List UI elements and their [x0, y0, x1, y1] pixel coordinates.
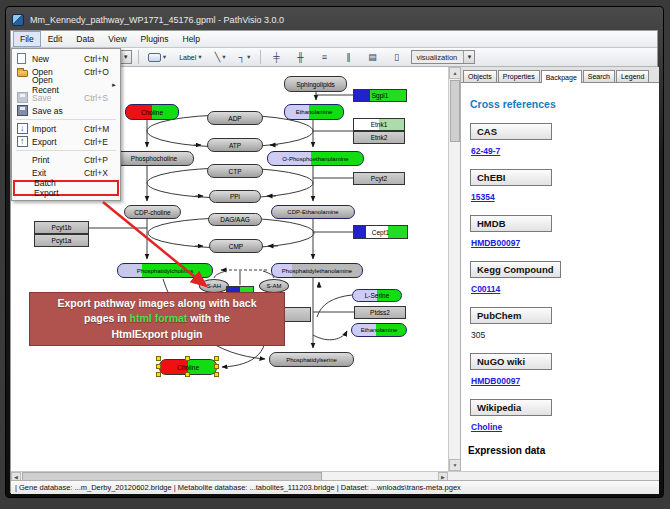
side-panel-tabs: ObjectsPropertiesBackpageSearchLegend [461, 67, 659, 83]
pathway-node-phosphatidylcholines[interactable]: Phosphatidylcholines [117, 263, 213, 278]
chevron-down-icon[interactable]: ▼ [221, 54, 226, 60]
pathway-node-s-am[interactable]: S-AM [259, 279, 289, 293]
title-bar[interactable]: Mm_Kennedy_pathway_WP1771_45176.gpml - P… [12, 11, 656, 29]
align-vertical-center-icon: ╫ [297, 52, 303, 62]
align-horizontal-center-button[interactable]: ╪ [267, 50, 285, 65]
pathway-node-pcyt2[interactable]: Pcyt2 [353, 172, 405, 185]
pathway-node-sgpl1[interactable]: Sgpl1 [353, 89, 407, 102]
set-common-width-button[interactable]: ∥ [339, 50, 357, 65]
pathway-node-etnk2[interactable]: Etnk2 [353, 131, 405, 144]
menu-item-spacer [19, 183, 30, 194]
file-menu-item-import[interactable]: ImportCtrl+M [13, 122, 119, 135]
new-document-icon [17, 53, 26, 64]
backpage-section-pubchem: PubChem305 [470, 305, 659, 340]
pathway-node-atp[interactable]: ATP [207, 138, 263, 152]
file-menu-item-open-recent[interactable]: Open Recent► [13, 78, 119, 91]
label-tool-button[interactable]: Label ▼ [176, 50, 206, 65]
chevron-down-icon[interactable]: ▼ [120, 51, 131, 63]
file-menu-item-new[interactable]: NewCtrl+N [13, 52, 119, 65]
tab-properties[interactable]: Properties [498, 70, 540, 82]
pathway-node-o-phosphoethanolamine[interactable]: O-Phosphoethanolamine [267, 151, 364, 166]
backpage-link[interactable]: 15354 [471, 192, 659, 202]
pathway-node-adp[interactable]: ADP [207, 111, 263, 125]
pathway-node-cept1[interactable]: Cept1 [353, 225, 408, 239]
backpage-link[interactable]: C00114 [471, 284, 659, 294]
datanode-tool-button[interactable]: ▼ [145, 50, 170, 65]
backpage-link[interactable]: HMDB00097 [471, 376, 659, 386]
backpage-section-kegg-compound: Kegg CompoundC00114 [470, 259, 659, 294]
pathway-node-phosphatidylserine[interactable]: Phosphatidylserine [269, 352, 354, 367]
status-bar: | Gene database: ...m_Derby_20120602.bri… [11, 480, 659, 494]
connector-tool-button[interactable]: ┐ ▼ [236, 50, 255, 65]
menu-separator [16, 150, 116, 151]
backpage-section-wikipedia: WikipediaCholine [470, 397, 659, 432]
backpage-link[interactable]: HMDB00097 [471, 238, 659, 248]
menu-item-file[interactable]: File [13, 31, 41, 47]
chevron-down-icon[interactable]: ▼ [246, 54, 251, 60]
pathway-node-cdp-choline[interactable]: CDP-choline [124, 205, 181, 219]
selection-handle[interactable] [156, 356, 161, 361]
vertical-scroll-thumb[interactable] [450, 80, 460, 142]
menu-bar: FileEditDataViewPluginsHelp [11, 31, 657, 48]
pathway-node-s-ah[interactable]: S-AH [199, 279, 229, 293]
pathway-node-l-serine[interactable]: L-Serine [352, 289, 402, 302]
menu-item-help[interactable]: Help [176, 31, 207, 47]
pathway-node-cmp[interactable]: CMP [209, 239, 263, 253]
menu-item-data[interactable]: Data [69, 31, 101, 47]
pathway-node-etnk1[interactable]: Etnk1 [353, 118, 405, 131]
file-menu-item-print[interactable]: PrintCtrl+P [13, 153, 119, 166]
selection-handle[interactable] [185, 356, 190, 361]
menu-item-view[interactable]: View [101, 31, 133, 47]
pathway-node-choline[interactable]: Choline [125, 104, 179, 120]
pathway-node-cdp-ethanolamine[interactable]: CDP-Ethanolamine [271, 205, 355, 219]
callout-text: HtmlExport plugin [112, 328, 203, 340]
selection-handle[interactable] [156, 372, 161, 377]
line-tool-button[interactable]: ╲ ▼ [212, 50, 230, 65]
menu-item-edit[interactable]: Edit [41, 31, 70, 47]
selection-handle[interactable] [185, 372, 190, 377]
import-icon [17, 123, 28, 134]
backpage-value: 305 [471, 330, 659, 340]
tab-objects[interactable]: Objects [463, 70, 497, 82]
pathway-node-phosphatidylethanolamine[interactable]: Phosphatidylethanolamine [271, 263, 363, 278]
pathway-node-ctp[interactable]: CTP [207, 164, 263, 178]
menu-item-shortcut: Ctrl+M [84, 124, 117, 134]
pathway-node-ppi[interactable]: PPi [209, 190, 261, 203]
chevron-down-icon[interactable]: ▼ [463, 51, 474, 63]
pathway-node-pcyt1a[interactable]: Pcyt1a [34, 234, 89, 247]
callout-line: HtmlExport plugin [112, 327, 203, 342]
pathway-node-ethanolamine[interactable]: Ethanolamine [351, 323, 407, 337]
menu-item-label: Save [32, 93, 84, 103]
align-vertical-center-button[interactable]: ╫ [291, 50, 309, 65]
chevron-down-icon[interactable]: ▼ [197, 54, 202, 60]
pathway-node-ethanolamine[interactable]: Ethanolamine [284, 104, 344, 120]
pathway-node-sphingolipids[interactable]: Sphingolipids [284, 76, 347, 92]
file-menu-item-export[interactable]: ExportCtrl+E [13, 135, 119, 148]
tab-backpage[interactable]: Backpage [541, 70, 582, 83]
canvas-vertical-scrollbar[interactable]: ▲ ▼ [448, 67, 460, 471]
pathway-node-phosphocholine[interactable]: Phosphocholine [114, 151, 194, 166]
pathway-node-ptdss2[interactable]: Ptdss2 [354, 306, 406, 319]
menu-item-shortcut: Ctrl+P [84, 155, 117, 165]
selection-handle[interactable] [156, 364, 161, 369]
menu-item-label: Save as [32, 106, 84, 116]
pathway-node-pcyt1b[interactable]: Pcyt1b [34, 221, 89, 234]
visualization-combobox[interactable]: visualization ▼ [411, 50, 475, 64]
align-left-button[interactable]: ▤ [363, 50, 381, 65]
selection-handle[interactable] [214, 364, 219, 369]
menu-item-plugins[interactable]: Plugins [134, 31, 176, 47]
selection-handle[interactable] [214, 372, 219, 377]
file-menu-item-batch-export[interactable]: Batch Export [13, 180, 119, 196]
backpage-link[interactable]: Choline [471, 422, 659, 432]
backpage-link[interactable]: 62-49-7 [471, 146, 659, 156]
file-menu-item-save[interactable]: SaveCtrl+S [13, 91, 119, 104]
set-common-height-button[interactable]: ≡ [315, 50, 333, 65]
tab-search[interactable]: Search [583, 70, 615, 82]
pathway-node-dag-aag[interactable]: DAG/AAG [208, 213, 262, 226]
chevron-down-icon[interactable]: ▼ [162, 54, 167, 60]
align-top-button[interactable]: ▯ [387, 50, 405, 65]
file-menu-item-save-as[interactable]: Save as [13, 104, 119, 117]
tab-legend[interactable]: Legend [616, 70, 649, 82]
selection-handle[interactable] [214, 356, 219, 361]
set-common-width-icon: ∥ [346, 52, 351, 62]
